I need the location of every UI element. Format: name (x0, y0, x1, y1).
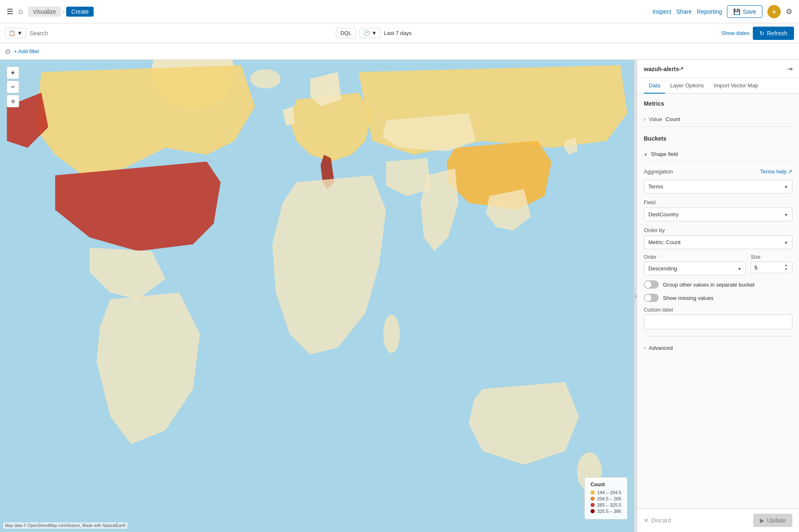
legend-color-1 (591, 490, 595, 495)
select-tool-button[interactable]: ⊕ (7, 95, 19, 107)
show-missing-toggle[interactable] (644, 294, 659, 302)
terms-help-link[interactable]: Terms help ↗ (760, 168, 792, 175)
time-dropdown-icon: ▼ (372, 30, 377, 36)
order-by-select[interactable]: Metric: Count (644, 235, 792, 249)
group-others-label: Group other values in separate bucket (663, 282, 754, 288)
shape-field-header[interactable]: ∨ Shape field (644, 147, 792, 162)
legend-range-4: 325.5 – 386 (597, 509, 621, 514)
shape-field-chevron-icon: ∨ (644, 151, 648, 157)
tab-layer-options[interactable]: Layer Options (665, 78, 709, 94)
legend-color-3 (591, 503, 595, 507)
metric-label: Value (649, 116, 662, 122)
zoom-out-button[interactable]: − (7, 81, 19, 93)
map-attribution: Map data © OpenStreetMap contributors, M… (3, 522, 127, 529)
hamburger-menu-icon[interactable]: ☰ (7, 7, 13, 16)
inspect-link[interactable]: Inspect (653, 8, 671, 15)
size-input[interactable] (754, 265, 775, 271)
external-link-icon: ↗ (788, 168, 792, 175)
shape-field-label: Shape field (651, 151, 678, 157)
breadcrumb-visualize[interactable]: Visualize (28, 7, 61, 17)
metrics-section: Metrics › Value Count (644, 100, 792, 127)
map-area[interactable]: + − ⊕ (0, 60, 634, 532)
legend-range-2: 204.5 – 265 (597, 496, 621, 501)
dql-button[interactable]: DQL (336, 28, 356, 38)
custom-label-title: Custom label (644, 307, 792, 313)
panel-footer: ✕ Discard ▶ Update (637, 508, 799, 532)
buckets-title: Buckets (644, 135, 792, 142)
legend-range-1: 144 – 204.5 (597, 490, 621, 495)
aggregation-label: Aggregation (644, 168, 673, 175)
custom-label-input[interactable] (644, 314, 792, 329)
field-select[interactable]: DestCountry (644, 208, 792, 221)
time-filter-button[interactable]: 🕐 ▼ (360, 28, 381, 38)
main-content: + − ⊕ (0, 60, 799, 532)
reporting-link[interactable]: Reporting (697, 8, 722, 15)
zoom-in-button[interactable]: + (7, 67, 19, 79)
custom-label-section: Custom label (644, 307, 792, 329)
panel-expand-icon[interactable]: ⇥ (787, 65, 792, 73)
share-link[interactable]: Share (676, 8, 692, 15)
refresh-button[interactable]: ↻ Refresh (753, 27, 794, 40)
legend-item-2: 204.5 – 265 (591, 496, 621, 501)
size-increment-button[interactable]: ▲ (784, 264, 789, 267)
show-missing-toggle-row: Show missing values (644, 294, 792, 302)
time-range-label: Last 7 days (384, 30, 412, 36)
top-navigation: ☰ ⌂ Visualize › Create Inspect Share Rep… (0, 0, 799, 23)
search-bar: 📋 ▼ DQL 🕐 ▼ Last 7 days Show dates ↻ Ref… (0, 23, 799, 43)
size-column: Size ▲ ▼ (751, 254, 792, 275)
tab-data[interactable]: Data (644, 78, 665, 94)
save-button[interactable]: 💾 Save (727, 5, 762, 18)
breadcrumb: Visualize › Create (28, 7, 94, 17)
size-col-label: Size (751, 254, 792, 260)
discard-icon: ✕ (644, 517, 649, 524)
show-missing-label: Show missing values (663, 295, 713, 301)
aggregation-row: Aggregation Terms help ↗ (644, 168, 792, 175)
breadcrumb-create[interactable]: Create (66, 7, 94, 17)
avatar[interactable]: a (767, 5, 781, 18)
legend-range-3: 265 – 325.5 (597, 502, 621, 507)
aggregation-select-wrapper: Terms (644, 180, 792, 193)
panel-title: wazuh-alerts-* (644, 66, 683, 72)
group-others-toggle-row: Group other values in separate bucket (644, 280, 792, 289)
field-label: Field (644, 199, 655, 205)
search-input[interactable] (30, 30, 333, 37)
order-by-select-wrapper: Metric: Count (644, 235, 792, 249)
add-filter-link[interactable]: + Add filter (14, 48, 40, 54)
filter-icon[interactable]: ⊙ (5, 47, 10, 55)
settings-icon[interactable]: ⚙ (786, 7, 792, 16)
save-icon: 💾 (733, 8, 740, 15)
order-select[interactable]: Descending Ascending (644, 262, 746, 275)
filter-bar: ⊙ + Add filter (0, 43, 799, 60)
map-controls: + − ⊕ (7, 67, 19, 107)
index-selector-button[interactable]: 📋 ▼ (5, 28, 26, 38)
order-select-wrapper: Descending Ascending (644, 262, 746, 275)
order-column: Order Descending Ascending (644, 254, 746, 275)
group-others-toggle[interactable] (644, 280, 659, 289)
world-map-svg (0, 60, 634, 532)
metrics-title: Metrics (644, 100, 792, 107)
advanced-header[interactable]: › Advanced (644, 341, 792, 354)
right-panel: wazuh-alerts-* ⇥ Data Layer Options Impo… (637, 60, 799, 532)
index-dropdown-icon: ▼ (17, 30, 22, 36)
refresh-icon: ↻ (759, 30, 764, 37)
tab-import-vector-map[interactable]: Import Vector Map (709, 78, 763, 94)
discard-button[interactable]: ✕ Discard (644, 517, 671, 524)
size-decrement-button[interactable]: ▼ (784, 268, 789, 271)
show-dates-link[interactable]: Show dates (721, 30, 749, 36)
index-icon: 📋 (9, 30, 15, 36)
legend-item-3: 265 – 325.5 (591, 502, 621, 507)
metric-chevron-icon[interactable]: › (644, 116, 645, 122)
breadcrumb-arrow-icon: › (63, 8, 65, 15)
order-col-label: Order (644, 254, 746, 260)
size-spinners: ▲ ▼ (784, 264, 789, 271)
toggle-knob (645, 281, 651, 288)
update-button[interactable]: ▶ Update (753, 514, 792, 527)
advanced-label: Advanced (649, 345, 673, 351)
aggregation-select[interactable]: Terms (644, 180, 792, 193)
legend-title: Count (591, 482, 621, 487)
update-icon: ▶ (760, 517, 764, 524)
svg-point-4 (383, 314, 400, 353)
metric-value-row: › Value Count (644, 112, 792, 127)
legend-item-1: 144 – 204.5 (591, 490, 621, 495)
home-icon[interactable]: ⌂ (18, 7, 23, 16)
